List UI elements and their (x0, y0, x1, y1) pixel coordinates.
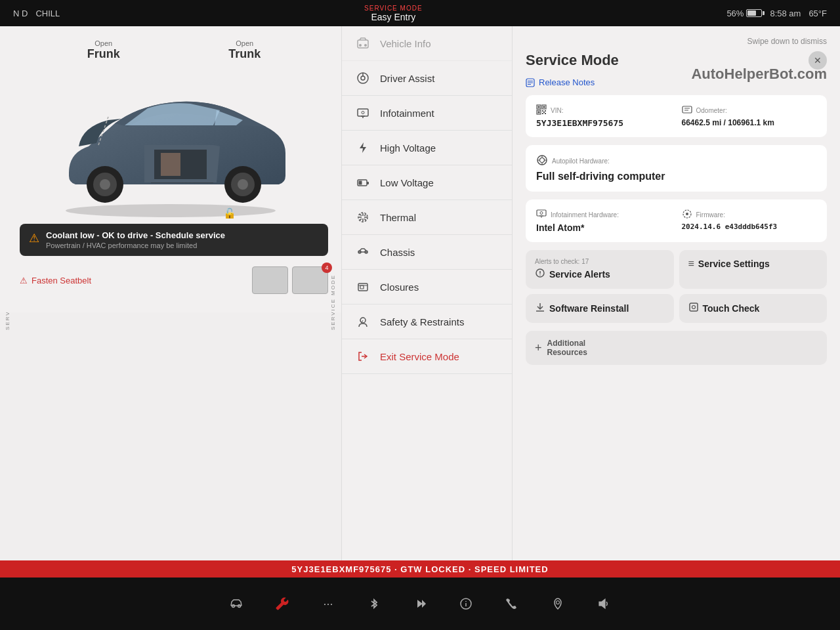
top-bar-left: N D CHILL (13, 9, 60, 18)
release-notes-icon (526, 78, 535, 87)
thermal-icon (355, 209, 371, 225)
taskbar-maps-icon[interactable] (545, 591, 571, 617)
additional-resources-button[interactable]: + Additional Resources (526, 331, 827, 365)
exit-icon (355, 348, 371, 364)
taskbar-car-icon[interactable] (223, 591, 249, 617)
infotainment-hw-field: Infotainment Hardware: Intel Atom* (536, 209, 671, 233)
svg-rect-53 (545, 113, 546, 114)
svg-rect-51 (545, 110, 546, 112)
vin-odometer-card: VIN: 5YJ3E1EBXMF975675 Odometer: 66462.5 (526, 95, 827, 137)
exit-label: Exit Service Mode (380, 351, 459, 362)
svg-rect-47 (543, 106, 545, 108)
frunk-value: Frunk (87, 47, 120, 61)
settings-icon: ≡ (688, 258, 694, 270)
high-voltage-label: High Voltage (380, 142, 436, 154)
menu-item-safety-restraints[interactable]: Safety & Restraints (342, 304, 512, 339)
menu-item-high-voltage[interactable]: High Voltage (342, 131, 512, 165)
service-mode-title-bar: Service Mode ✕ (526, 51, 827, 70)
alerts-icon (535, 268, 545, 281)
svg-point-0 (66, 204, 276, 217)
taskbar-info-icon[interactable] (453, 591, 479, 617)
qr-icon (536, 104, 547, 117)
vehicle-info-label: Vehicle Info (380, 38, 431, 49)
menu-item-exit[interactable]: Exit Service Mode (342, 339, 512, 374)
taskbar-phone-icon[interactable] (499, 591, 525, 617)
svg-rect-22 (359, 181, 362, 185)
firmware-value: 2024.14.6 e43dddb645f3 (682, 222, 817, 231)
red-status-bar: 5YJ3E1EBXMF975675 · GTW LOCKED · SPEED L… (0, 560, 840, 578)
taskbar-media-icon[interactable] (407, 591, 433, 617)
svg-point-83 (465, 601, 467, 602)
firmware-icon (682, 209, 692, 221)
chassis-label: Chassis (380, 247, 415, 258)
additional-resources-label2: Resources (547, 348, 587, 357)
service-alerts-button[interactable]: Alerts to check: 17 Service Alerts (526, 250, 674, 289)
svg-point-3 (100, 179, 110, 190)
svg-rect-35 (358, 284, 368, 291)
taskbar-bluetooth-icon[interactable] (361, 591, 387, 617)
drive-mode: N D (13, 9, 28, 18)
seatbelt-warning: ⚠ Fasten Seatbelt (20, 276, 91, 285)
right-panel: Swipe down to dismiss Service Mode ✕ Rel… (512, 26, 840, 578)
infotainment-icon (355, 105, 371, 121)
vin-field: VIN: 5YJ3E1EBXMF975675 (536, 104, 671, 128)
middle-panel: Vehicle Info Driver Assist (341, 26, 512, 578)
autopilot-value: Full self-driving computer (536, 171, 816, 182)
driver-assist-icon (355, 70, 371, 86)
low-voltage-icon (355, 175, 371, 190)
svg-point-67 (540, 212, 543, 215)
additional-resources-label: Additional (547, 339, 587, 348)
svg-rect-10 (358, 40, 368, 48)
svg-rect-21 (367, 182, 369, 184)
software-reinstall-label: Software Reinstall (549, 303, 629, 314)
software-reinstall-button[interactable]: Software Reinstall (526, 294, 674, 323)
car-illustration: ⚡ 🔓 (49, 68, 299, 219)
svg-line-28 (360, 215, 362, 216)
touch-check-icon (688, 302, 699, 315)
svg-point-69 (686, 213, 688, 215)
bottom-warnings: ⚠ Fasten Seatbelt 4 (20, 261, 328, 299)
svg-point-12 (364, 44, 367, 47)
svg-point-6 (238, 179, 248, 190)
taskbar-volume-icon[interactable] (591, 591, 617, 617)
menu-item-infotainment[interactable]: Infotainment (342, 96, 512, 131)
close-button[interactable]: ✕ (808, 51, 827, 70)
infotainment-hw-label: Infotainment Hardware: (551, 211, 619, 219)
trunk-button[interactable]: Open Trunk (228, 39, 261, 61)
service-settings-button[interactable]: ≡ Service Settings (679, 250, 828, 289)
temperature-display: 65°F (808, 9, 827, 18)
chassis-icon (355, 244, 371, 260)
time-display: 8:58 am (770, 9, 801, 18)
easy-entry-label: Easy Entry (371, 12, 415, 22)
car-image-area: ⚡ 🔓 (20, 68, 328, 219)
frunk-button[interactable]: Open Frunk (87, 39, 120, 61)
airbag-part-2: 4 (292, 266, 328, 294)
svg-point-75 (692, 306, 695, 309)
alert-sub-text: Powertrain / HVAC performance may be lim… (46, 242, 225, 249)
menu-item-low-voltage[interactable]: Low Voltage (342, 165, 512, 200)
safety-restraints-icon (355, 314, 371, 329)
taskbar-wrench-icon[interactable] (269, 591, 295, 617)
menu-item-closures[interactable]: Closures (342, 270, 512, 304)
service-alerts-label: Service Alerts (549, 269, 610, 280)
menu-item-vehicle-info[interactable]: Vehicle Info (342, 26, 512, 61)
menu-item-chassis[interactable]: Chassis (342, 235, 512, 270)
battery-icon (746, 9, 762, 17)
taskbar-dots-icon[interactable]: ··· (315, 591, 341, 617)
touch-check-label: Touch Check (703, 303, 760, 314)
release-notes-link[interactable]: Release Notes (526, 77, 827, 87)
low-voltage-label: Low Voltage (380, 177, 434, 188)
alerts-count-label: Alerts to check: 17 (535, 258, 665, 265)
top-bar: N D CHILL SERVICE MODE Easy Entry 56% 8:… (0, 0, 840, 26)
svg-point-11 (359, 44, 362, 47)
touch-check-button[interactable]: Touch Check (679, 294, 828, 323)
menu-item-driver-assist[interactable]: Driver Assist (342, 61, 512, 96)
svg-rect-16 (358, 109, 368, 116)
firmware-label: Firmware: (696, 211, 725, 219)
service-mode-top-label: SERVICE MODE (364, 5, 423, 12)
infotainment-label: Infotainment (380, 108, 434, 119)
dots-label: ··· (323, 597, 333, 611)
airbag-parts: 4 (252, 266, 328, 294)
menu-item-thermal[interactable]: Thermal (342, 200, 512, 235)
download-icon (535, 302, 545, 315)
